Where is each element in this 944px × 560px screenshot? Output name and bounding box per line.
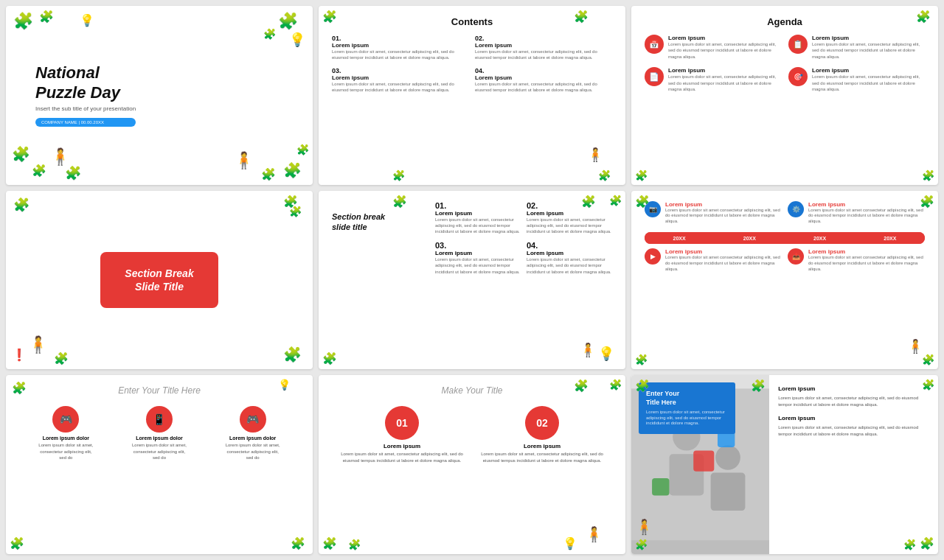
ci4-body: Lorem ipsum dolor sit amet, consectetur … [475,81,612,94]
blue-title-box: Enter Your Title Here Lorem ipsum dolor … [639,382,735,434]
cc-body-2: Lorem ipsum dolor sit amet, consectetur … [479,451,605,463]
ci3-body: Lorem ipsum dolor sit amet, consectetur … [332,81,469,94]
s5-body-3: Lorem ipsum dolor sit amet, consectetur … [435,256,521,275]
ci1-body: Lorem ipsum dolor sit amet, consectetur … [332,49,469,61]
ci1-title: Lorem ipsum [332,42,469,49]
year-2: 20XX [715,232,784,244]
agenda-icon-3: 📄 [645,67,664,86]
content-item-1: 01. Lorem ipsum Lorem ipsum dolor sit am… [332,35,469,61]
cc-title-2: Lorem ipsum [479,443,605,449]
sb-title-line1: Section Break [122,267,196,280]
tl-item-2: ⚙️ Lorem ipsum Lorem ipsum dolor sit ame… [788,201,925,225]
tl-item-1: 📷 Lorem ipsum Lorem ipsum dolor sit amet… [645,201,782,225]
timeline-bar: 20XX 20XX 20XX 20XX [645,232,925,244]
icon-circle-3: 🎮 [240,406,266,433]
agenda-item-1: 📅 Lorem ipsum Lorem ipsum dolor sit amet… [645,35,781,60]
year-3: 20XX [785,232,855,244]
circle-col-2: 02 Lorem ipsum Lorem ipsum dolor sit ame… [479,406,605,463]
s5-item-4: 04. Lorem ipsum Lorem ipsum dolor sit am… [527,241,612,275]
tl-icon-3: ▶ [645,248,661,265]
section-break-box: Section Break Slide Title [100,252,218,308]
agenda-grid: 📅 Lorem ipsum Lorem ipsum dolor sit amet… [645,35,925,92]
slide2-contents: 01. Lorem ipsum Lorem ipsum dolor sit am… [332,35,612,94]
icon-circle-2: 📱 [146,406,173,433]
slide-5: 🧩 🧩 💡 🧍 🧩 🧩 Section breakslide title 01.… [319,191,625,370]
agenda-item-2: 📋 Lorem ipsum Lorem ipsum dolor sit amet… [788,35,925,60]
at1-body: Lorem ipsum dolor sit amet, consectetur … [668,41,781,60]
s5-num-2: 02. [527,201,612,210]
tl-title-2: Lorem ipsum [808,201,925,208]
s5-item-3: 03. Lorem ipsum Lorem ipsum dolor sit am… [435,241,521,275]
slide1-title-line2: Puzzle Day [35,83,136,102]
s5-head-1: Lorem ipsum [435,210,521,217]
agenda-text-2: Lorem ipsum Lorem ipsum dolor sit amet, … [812,35,925,60]
cc-title-1: Lorem ipsum [339,443,465,449]
icon-col-3: 🎮 Lorem ipsum dolor Lorem ipsum dolor si… [223,406,282,461]
tl-body-1: Lorem ipsum dolor sit amet consectetur a… [665,208,782,225]
s5-num-1: 01. [435,201,521,210]
agenda-icon-4: 🎯 [788,67,808,86]
s9r-body-1: Lorem ipsum dolor sit amet, consectetur … [778,395,929,407]
s9r-body-2: Lorem ipsum dolor sit amet, consectetur … [778,424,929,437]
tl-text-1: Lorem ipsum Lorem ipsum dolor sit amet c… [665,201,782,225]
tl-body-4: Lorem ipsum dolor sit amet consectetur a… [808,255,925,272]
ci2-body: Lorem ipsum dolor sit amet, consectetur … [475,49,612,61]
slide-9: 🧩 🧩 🧩 🧍 Enter Your Title Here Lorem ipsu… [631,375,938,554]
s5-head-3: Lorem ipsum [435,250,521,256]
ic-title-3: Lorem ipsum dolor [223,435,282,441]
ic-title-2: Lorem ipsum dolor [130,435,189,441]
ic-body-3: Lorem ipsum dolor sit amet, consectetur … [223,442,282,461]
big-circle-1: 01 [385,406,419,440]
ci2-title: Lorem ipsum [475,42,612,49]
content-item-4: 04. Lorem ipsum Lorem ipsum dolor sit am… [475,67,612,94]
s5-body-2: Lorem ipsum dolor sit amet, consectetur … [527,217,612,235]
s9r-title-2: Lorem ipsum [778,415,929,421]
agenda-text-3: Lorem ipsum Lorem ipsum dolor sit amet, … [668,67,781,92]
s9-title-line2: Title Here [646,399,728,407]
ci3-title: Lorem ipsum [332,74,469,81]
s9r-title-1: Lorem ipsum [778,385,929,392]
slide7-title: Enter Your Title Here [19,385,299,396]
slide-6: 🧩 🧩 🧩 🧩 🧍 📷 Lorem ipsum Lorem ipsum dolo… [631,191,938,370]
slide1-title-line1: National [35,63,136,83]
tl-icon-2: ⚙️ [788,201,804,217]
tl-body-3: Lorem ipsum dolor sit amet consectetur a… [665,255,782,272]
s5-right: 01. Lorem ipsum Lorem ipsum dolor sit am… [435,201,612,275]
agenda-item-4: 🎯 Lorem ipsum Lorem ipsum dolor sit amet… [788,67,925,92]
big-circle-2: 02 [525,406,559,440]
ci4-num: 04. [475,67,485,74]
svg-point-3 [715,445,740,470]
slide8-title: Make Your Title [332,385,612,396]
tl-text-4: Lorem ipsum Lorem ipsum dolor sit amet c… [808,248,925,272]
slide1-subtitle: Insert the sub title of your presentatio… [35,105,136,112]
tl-text-2: Lorem ipsum Lorem ipsum dolor sit amet c… [808,201,925,225]
slide-2: 🧩 🧩 🧩 🧩 🧍 Contents 01. Lorem ipsum Lorem… [319,6,625,185]
slide-8: 🧩 🧩 🧩 🧩 🧍 💡 Make Your Title 01 Lorem ips… [319,375,625,554]
icon-col-2: 📱 Lorem ipsum dolor Lorem ipsum dolor si… [130,406,189,461]
slide2-title: Contents [332,16,612,27]
s9-left: 🧩 🧩 🧩 🧍 Enter Your Title Here Lorem ipsu… [631,375,769,554]
slide-1: 🧩 🧩 🧩 💡 🧩 🧩 🧩 🧩 🧩 🧩 🧩 🧍 🧍 💡 National Puz… [6,6,313,185]
svg-rect-7 [652,478,669,495]
ic-body-2: Lorem ipsum dolor sit amet, consectetur … [130,442,189,461]
tl-body-2: Lorem ipsum dolor sit amet consectetur a… [808,208,925,225]
tl-title-3: Lorem ipsum [665,248,782,255]
agenda-text-4: Lorem ipsum Lorem ipsum dolor sit amet, … [812,67,925,92]
slide1-badge: COMPANY NAME | 00.00.20XX [35,118,136,127]
content-item-2: 02. Lorem ipsum Lorem ipsum dolor sit am… [475,35,612,61]
s9-title-line1: Enter Your [646,390,728,399]
slide8-circles: 01 Lorem ipsum Lorem ipsum dolor sit ame… [332,406,612,463]
circle-col-1: 01 Lorem ipsum Lorem ipsum dolor sit ame… [339,406,465,463]
s5-head-2: Lorem ipsum [527,210,612,217]
svg-rect-5 [693,451,714,472]
tl-icon-4: 📤 [788,248,804,265]
tl-item-3: ▶ Lorem ipsum Lorem ipsum dolor sit amet… [645,248,782,272]
s5-left: Section breakslide title [332,201,428,239]
s5-num-3: 03. [435,241,521,250]
agenda-icon-1: 📅 [645,35,664,54]
ci1-num: 01. [332,35,341,42]
at1-title: Lorem ipsum [668,35,781,41]
ic-body-1: Lorem ipsum dolor sit amet, consectetur … [36,442,95,461]
tl-title-4: Lorem ipsum [808,248,925,255]
slide3-title: Agenda [645,16,925,27]
